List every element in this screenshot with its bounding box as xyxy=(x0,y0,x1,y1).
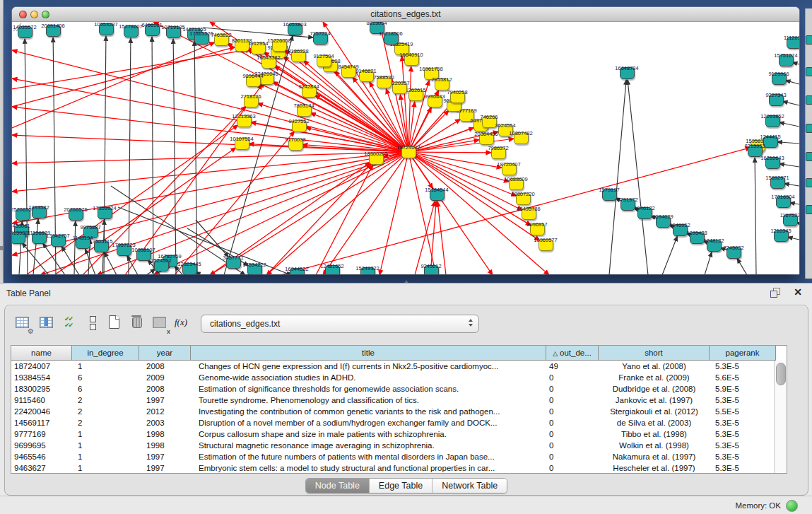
table-select-dropdown[interactable]: citations_edges.txt xyxy=(201,315,479,333)
graph-node[interactable]: 20206576 xyxy=(69,209,83,221)
delete-table-icon[interactable] xyxy=(128,314,146,332)
graph-node[interactable]: 13505115 xyxy=(94,240,109,252)
graph-node[interactable]: 8454749 xyxy=(341,66,356,78)
graph-node[interactable]: 12481652 xyxy=(325,265,340,275)
graph-node[interactable]: 15226058 xyxy=(272,40,287,52)
graph-node[interactable]: 17515526 xyxy=(194,33,209,45)
tab-edge-table[interactable]: Edge Table xyxy=(370,479,433,493)
graph-node[interactable]: 1893582 xyxy=(32,206,47,218)
graph-node[interactable]: 1579197 xyxy=(602,189,617,201)
graph-node[interactable]: 3915988 xyxy=(12,232,25,244)
graph-node[interactable]: 20364436 xyxy=(479,133,494,145)
graph-node[interactable]: 10553287 xyxy=(99,23,114,35)
tab-network-table[interactable]: Network Table xyxy=(433,479,507,493)
graph-node[interactable]: 7357224 xyxy=(313,33,328,45)
new-document-icon[interactable] xyxy=(105,314,124,332)
graph-node[interactable]: 1248122 xyxy=(707,240,722,252)
graph-node[interactable]: 17359924 xyxy=(98,207,112,219)
graph-node[interactable]: 9129966 xyxy=(772,73,787,85)
graph-node[interactable]: 1946122 xyxy=(637,207,652,219)
graph-node[interactable]: 1244415 xyxy=(763,136,778,148)
graph-node[interactable]: 8215953 xyxy=(748,145,763,157)
column-header-in_degree[interactable]: in_degree xyxy=(72,346,139,361)
graph-node[interactable]: 1112034 xyxy=(787,37,800,49)
table-row[interactable]: 969969511998Structural magnetic resonanc… xyxy=(11,440,787,451)
column-header-short[interactable]: short xyxy=(599,346,710,361)
graph-node[interactable]: 9896444 xyxy=(246,75,261,87)
graph-node[interactable]: 746266 xyxy=(482,116,497,128)
graph-node[interactable]: 9245012 xyxy=(424,265,439,275)
show-all-columns-icon[interactable]: ✔✔✔✔ xyxy=(61,314,80,332)
graph-node[interactable]: 18807220 xyxy=(516,193,531,205)
graph-node[interactable]: 16944532 xyxy=(290,268,305,275)
graph-node[interactable]: 10969577 xyxy=(539,239,553,251)
graph-node[interactable]: 12923445 xyxy=(182,263,197,275)
graph-node[interactable]: 18720407 xyxy=(502,163,517,175)
table-settings-icon[interactable]: ⚙ xyxy=(13,314,32,332)
column-header-title[interactable]: title xyxy=(191,346,546,361)
table-row[interactable]: 1830029562008Estimation of significance … xyxy=(11,383,787,395)
graph-node[interactable]: 9245032 xyxy=(726,247,741,259)
graph-node[interactable]: 10107554 xyxy=(235,138,249,150)
table-row[interactable]: 911546021997Tourette syndrome. Phenomeno… xyxy=(11,395,787,406)
graph-node[interactable]: 1694629 xyxy=(656,216,671,228)
graph-node[interactable]: 18724007 xyxy=(401,146,416,158)
graph-node[interactable]: 25206556 xyxy=(16,209,30,221)
graph-node[interactable]: 2718126 xyxy=(244,95,259,107)
graph-node[interactable]: 16053803 xyxy=(288,23,302,35)
graph-node[interactable]: 9975887 xyxy=(83,226,98,238)
graph-node[interactable]: 17957223 xyxy=(117,244,131,256)
graph-node[interactable]: 15249322 xyxy=(360,267,375,275)
graph-node[interactable]: 17534222 xyxy=(247,264,262,275)
graph-node[interactable]: 9227343 xyxy=(769,94,784,106)
graph-node[interactable]: 16648784 xyxy=(620,67,635,79)
column-header-name[interactable]: name xyxy=(11,346,72,361)
graph-node[interactable]: 15184544 xyxy=(430,189,445,201)
graph-node[interactable]: 7940258 xyxy=(450,91,465,103)
row-height-icon[interactable] xyxy=(84,314,102,332)
graph-node[interactable]: 7588520 xyxy=(377,76,392,88)
graph-node[interactable]: 15692971 xyxy=(770,177,785,189)
graph-node[interactable]: 12213363 xyxy=(237,115,252,127)
select-columns-icon[interactable] xyxy=(37,314,56,332)
delete-column-icon[interactable]: x xyxy=(151,314,169,332)
graph-node[interactable]: 7463822 xyxy=(214,34,229,46)
graph-node[interactable]: 3457771 xyxy=(226,257,241,269)
graph-node[interactable]: 8912954 xyxy=(251,42,266,54)
graph-node[interactable]: 3624554 xyxy=(498,124,513,136)
table-row[interactable]: 2242004622012Investigating the contribut… xyxy=(11,406,787,417)
graph-node[interactable]: 8096957 xyxy=(530,223,545,235)
graph-node[interactable]: 6466161 xyxy=(145,24,160,36)
column-header-year[interactable]: year xyxy=(139,346,191,361)
graph-node[interactable]: 1167533 xyxy=(783,214,798,226)
network-window-titlebar[interactable]: citations_edges.txt xyxy=(12,7,799,22)
graph-node[interactable]: 6791972 xyxy=(620,199,635,211)
scrollbar-thumb[interactable] xyxy=(776,363,786,385)
function-builder-icon[interactable]: f(x) xyxy=(173,314,192,332)
column-header-pagerank[interactable]: pagerank xyxy=(710,346,776,361)
graph-node[interactable]: 8186328 xyxy=(291,50,306,62)
graph-node[interactable]: 9170038 xyxy=(288,139,303,151)
table-row[interactable]: 1872400712008Changes of HCN gene express… xyxy=(11,361,787,372)
graph-node[interactable]: 15278607 xyxy=(124,25,139,37)
graph-node[interactable]: 11156889 xyxy=(32,232,47,244)
graph-node[interactable]: 16543382 xyxy=(261,57,276,69)
graph-node[interactable]: 7955812 xyxy=(435,78,449,90)
table-row[interactable]: 977716911998Corpus callosum shape and si… xyxy=(11,428,787,440)
table-row[interactable]: 1938455462009Genome-wide association stu… xyxy=(11,372,787,383)
graph-node[interactable]: 9777169 xyxy=(459,110,474,122)
network-canvas[interactable]: 1872400718300295977716964975687462663624… xyxy=(12,22,799,274)
graph-node[interactable]: 16640910 xyxy=(404,54,419,66)
graph-node[interactable]: 8813054 xyxy=(370,22,384,34)
graph-node[interactable]: 9127504 xyxy=(317,55,331,67)
tab-node-table[interactable]: Node Table xyxy=(306,479,370,493)
graph-node[interactable]: 7803144 xyxy=(297,105,312,117)
graph-node[interactable]: 13942757 xyxy=(51,235,66,247)
graph-node[interactable]: 19218506 xyxy=(384,33,399,45)
graph-node[interactable]: 14035572 xyxy=(18,26,33,38)
graph-node[interactable]: 7986372 xyxy=(491,147,506,159)
graph-node[interactable]: 1210345 xyxy=(774,230,789,242)
memory-status-indicator[interactable] xyxy=(786,500,798,512)
graph-node[interactable]: 1145194 xyxy=(76,237,90,249)
graph-node[interactable]: 20691406 xyxy=(46,25,61,37)
